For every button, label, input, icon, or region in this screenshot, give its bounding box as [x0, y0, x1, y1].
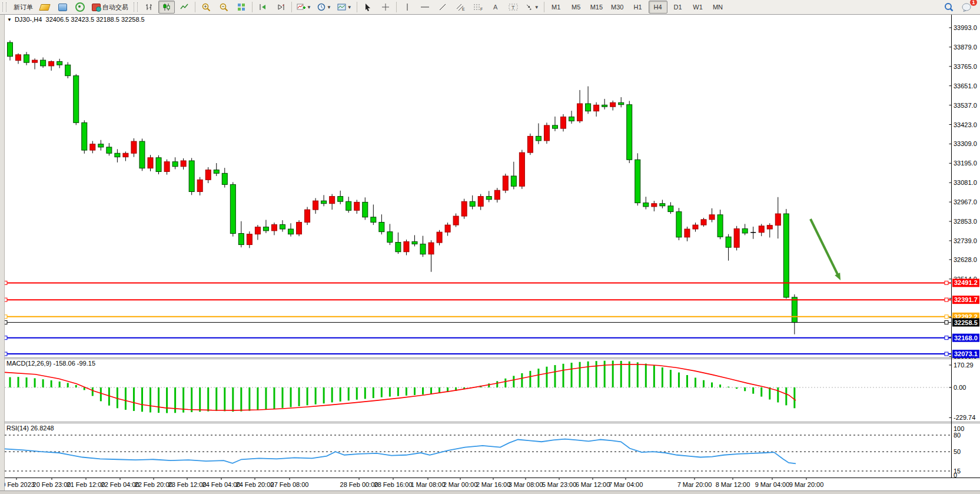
toolbar-grip[interactable] [134, 2, 138, 12]
candle [503, 174, 508, 193]
search-icon [944, 2, 954, 12]
line-endpoint-handle[interactable] [945, 281, 948, 284]
channel-button[interactable]: E [452, 1, 469, 14]
price-axis-label: 32967.0 [954, 198, 977, 205]
templates-icon [337, 3, 346, 11]
text-icon: A [492, 3, 499, 11]
date-axis-label: 8 Mar 12:00 [716, 481, 750, 488]
window-left-edge [0, 14, 5, 494]
chevron-down-icon: ▼ [347, 5, 352, 10]
text-button[interactable]: A [487, 1, 504, 14]
date-axis-label: 1 Mar 08:00 [411, 481, 446, 488]
hline-price-label: 32073.1 [954, 350, 978, 357]
periods-button[interactable]: ▼ [315, 1, 334, 14]
horizontal-line-button[interactable] [417, 1, 433, 14]
date-axis-label: 20 Feb 2023 [0, 481, 35, 488]
tab-timeframe-mn[interactable]: MN [709, 1, 727, 14]
market-watch-icon [58, 4, 67, 11]
fibonacci-button[interactable]: F [470, 1, 486, 14]
text-label-button[interactable]: T [505, 1, 521, 14]
candle [676, 208, 682, 240]
date-axis-label: 24 Feb 04:00 [202, 481, 241, 488]
tab-timeframe-d1[interactable]: D1 [669, 1, 687, 14]
date-axis-label: 22 Feb 20:00 [135, 481, 173, 488]
line-chart-button[interactable] [176, 1, 192, 14]
window-bottom-edge [0, 490, 980, 494]
ohlc-bars-button[interactable] [141, 1, 157, 14]
candlestick-button[interactable] [158, 1, 175, 14]
shapes-icon [525, 3, 533, 11]
search-button[interactable] [941, 1, 957, 14]
date-axis-label: 6 Mar 12:00 [576, 481, 610, 488]
shapes-button[interactable]: ▼ [523, 1, 542, 14]
tab-timeframe-w1[interactable]: W1 [689, 1, 707, 14]
new-order-label: 新订单 [14, 3, 33, 12]
chart-shift-button[interactable] [273, 1, 289, 14]
date-axis-label: 2 Mar 16:00 [476, 481, 511, 488]
hline-price-label: 32391.7 [954, 296, 978, 303]
tab-timeframe-m1[interactable]: M1 [547, 1, 566, 14]
tab-timeframe-h1[interactable]: H1 [629, 1, 647, 14]
date-axis-label: 2 Mar 00:00 [443, 481, 478, 488]
signal-button[interactable] [72, 1, 88, 14]
hline-price-label: 32491.2 [954, 279, 978, 286]
line-endpoint-handle[interactable] [945, 321, 948, 324]
tab-timeframe-m30[interactable]: M30 [607, 1, 627, 14]
candle [305, 207, 310, 225]
zoom-out-button[interactable] [215, 1, 232, 14]
date-axis-label: 23 Feb 12:00 [168, 481, 207, 488]
toolbar: 新订单 自动交易 ▼ ▼ ▼ E F A T ▼ M1M5M15M30H1H4D… [0, 0, 980, 15]
candle [461, 199, 467, 219]
horizontal-line-icon [420, 3, 430, 11]
trendline-icon [438, 3, 447, 11]
candle [783, 209, 789, 299]
signal-icon [75, 2, 85, 12]
notification-badge: 1 [970, 0, 977, 6]
chat-button[interactable]: 1 [958, 1, 975, 14]
tile-windows-icon [237, 3, 245, 11]
candle [139, 138, 145, 171]
chart-shift-icon [277, 3, 285, 11]
gold-bar-icon [39, 4, 51, 11]
chevron-down-icon: ▼ [307, 5, 311, 10]
ohlc-bars-icon [145, 3, 153, 11]
line-endpoint-handle[interactable] [945, 352, 948, 356]
price-axis-label: 33993.0 [954, 24, 977, 31]
candle [527, 134, 533, 155]
vertical-line-button[interactable] [399, 1, 416, 14]
tab-timeframe-h4[interactable]: H4 [649, 1, 667, 14]
candlestick-icon [162, 3, 171, 11]
timeframe-group: M1M5M15M30H1H4D1W1MN [546, 1, 728, 14]
text-label-icon: T [509, 3, 518, 11]
candle [230, 182, 235, 236]
auto-scroll-button[interactable] [255, 1, 271, 14]
date-axis-label: 9 Mar 04:00 [755, 481, 790, 488]
new-order-button[interactable]: 新订单 [9, 1, 35, 14]
gold-bar-button[interactable] [36, 1, 53, 14]
zoom-out-icon [220, 3, 228, 12]
indicators-button[interactable]: ▼ [294, 1, 314, 14]
market-watch-button[interactable] [54, 1, 71, 14]
tab-timeframe-m15[interactable]: M15 [587, 1, 606, 14]
line-endpoint-handle[interactable] [945, 298, 948, 301]
rsi-axis-label: 50 [954, 448, 961, 455]
price-axis-label: 33879.0 [954, 44, 977, 51]
auto-scroll-icon [259, 3, 267, 11]
trendline-button[interactable] [434, 1, 451, 14]
templates-button[interactable]: ▼ [335, 1, 354, 14]
crosshair-button[interactable] [377, 1, 394, 14]
line-endpoint-handle[interactable] [945, 336, 948, 340]
candle [297, 220, 302, 236]
line-endpoint-handle[interactable] [945, 315, 948, 319]
chart-canvas[interactable]: 33993.033879.033765.033651.033537.033423… [0, 0, 980, 494]
tile-windows-button[interactable] [233, 1, 250, 14]
cursor-button[interactable] [360, 1, 376, 14]
zoom-in-button[interactable] [198, 1, 214, 14]
tab-timeframe-m5[interactable]: M5 [567, 1, 586, 14]
price-axis-label: 33081.0 [954, 179, 977, 186]
candle [189, 158, 194, 195]
date-axis-label: 5 Mar 23:00 [542, 481, 577, 488]
toolbar-grip[interactable] [2, 2, 6, 12]
date-axis-label: 20 Feb 23:00 [33, 481, 71, 488]
autotrade-button[interactable]: 自动交易 [89, 1, 131, 14]
